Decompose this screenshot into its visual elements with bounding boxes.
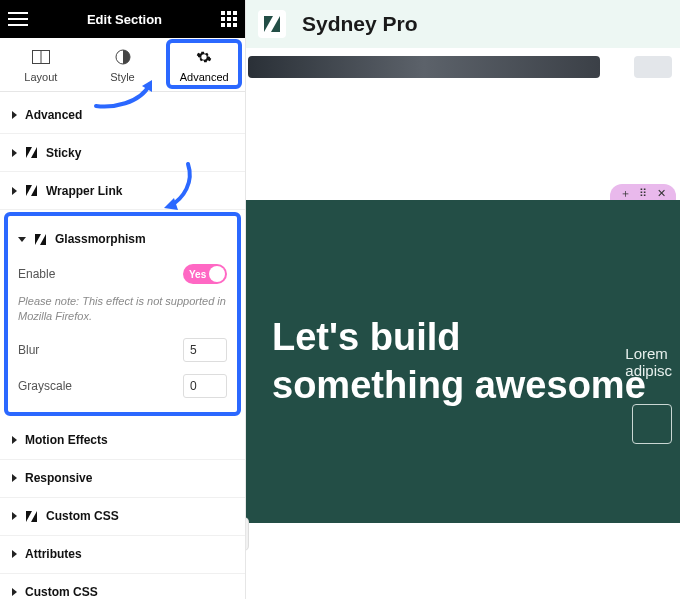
hero-text-line: adipisc (625, 362, 672, 379)
sidebar-topbar: Edit Section (0, 0, 245, 38)
apps-icon[interactable] (221, 11, 237, 27)
site-header: Sydney Pro (246, 0, 680, 48)
enable-row: Enable Yes (14, 258, 231, 290)
columns-icon (32, 47, 50, 67)
panel-advanced[interactable]: Advanced (0, 96, 245, 134)
brand-glyph-icon (25, 146, 38, 159)
preview-canvas: Sydney Pro ＋ ⠿ ✕ Let's build something a… (246, 0, 680, 599)
blur-row: Blur (14, 332, 231, 368)
panel-label: Glassmorphism (55, 232, 146, 246)
panel-motion-effects[interactable]: Motion Effects (0, 422, 245, 460)
brand-glyph-icon (25, 510, 38, 523)
panels: Advanced Sticky Wrapper Link Glassmorphi… (0, 92, 245, 599)
preview-image-strip (248, 56, 600, 78)
tab-label: Layout (24, 71, 57, 83)
blur-label: Blur (18, 343, 39, 357)
grayscale-input[interactable] (183, 374, 227, 398)
hero-headline: Let's build something awesome (272, 314, 652, 409)
toggle-knob (209, 266, 225, 282)
caret-icon (12, 512, 17, 520)
add-section-icon[interactable]: ＋ (618, 186, 632, 200)
toggle-value: Yes (189, 269, 206, 280)
drag-section-icon[interactable]: ⠿ (636, 186, 650, 200)
preview-chip (634, 56, 672, 78)
panel-glassmorphism-group: Glassmorphism Enable Yes Please note: Th… (4, 212, 241, 416)
grayscale-label: Grayscale (18, 379, 72, 393)
panel-label: Sticky (46, 146, 81, 160)
panel-custom-css-2[interactable]: Custom CSS (0, 574, 245, 599)
hero-text-line: Lorem (625, 345, 672, 362)
panel-sticky[interactable]: Sticky (0, 134, 245, 172)
panel-label: Custom CSS (25, 585, 98, 599)
tab-style[interactable]: Style (82, 38, 164, 91)
sidebar-collapse-handle[interactable] (246, 518, 248, 550)
sidebar-title: Edit Section (87, 12, 162, 27)
panel-wrapper-link[interactable]: Wrapper Link (0, 172, 245, 210)
gear-icon (196, 47, 212, 67)
blur-input[interactable] (183, 338, 227, 362)
hero-button[interactable] (632, 404, 672, 444)
panel-glassmorphism[interactable]: Glassmorphism (14, 220, 231, 258)
menu-icon[interactable] (8, 12, 28, 26)
caret-icon (12, 474, 17, 482)
panel-label: Wrapper Link (46, 184, 122, 198)
brand-logo-icon (258, 10, 286, 38)
panel-label: Motion Effects (25, 433, 108, 447)
caret-icon (12, 111, 17, 119)
tab-advanced[interactable]: Advanced (163, 38, 245, 91)
caret-icon (12, 588, 17, 596)
panel-responsive[interactable]: Responsive (0, 460, 245, 498)
panel-label: Custom CSS (46, 509, 119, 523)
tab-label: Style (110, 71, 134, 83)
brand-title: Sydney Pro (302, 12, 418, 36)
panel-label: Advanced (25, 108, 82, 122)
editor-sidebar: Edit Section Layout Style Advanced (0, 0, 246, 599)
caret-icon (12, 187, 17, 195)
panel-label: Responsive (25, 471, 92, 485)
enable-label: Enable (18, 267, 55, 281)
brand-glyph-icon (34, 233, 47, 246)
section-tabs: Layout Style Advanced (0, 38, 245, 92)
contrast-icon (115, 47, 131, 67)
grayscale-row: Grayscale (14, 368, 231, 404)
caret-icon (12, 550, 17, 558)
enable-toggle[interactable]: Yes (183, 264, 227, 284)
hero-text: Lorem adipisc (625, 345, 672, 379)
panel-custom-css[interactable]: Custom CSS (0, 498, 245, 536)
panel-attributes[interactable]: Attributes (0, 536, 245, 574)
tab-label: Advanced (180, 71, 229, 83)
hero-section[interactable]: Let's build something awesome Lorem adip… (246, 200, 680, 523)
panel-label: Attributes (25, 547, 82, 561)
glassmorphism-note: Please note: This effect is not supporte… (14, 290, 231, 332)
tab-layout[interactable]: Layout (0, 38, 82, 91)
caret-down-icon (18, 237, 26, 242)
caret-icon (12, 436, 17, 444)
caret-icon (12, 149, 17, 157)
brand-glyph-icon (25, 184, 38, 197)
close-section-icon[interactable]: ✕ (654, 186, 668, 200)
